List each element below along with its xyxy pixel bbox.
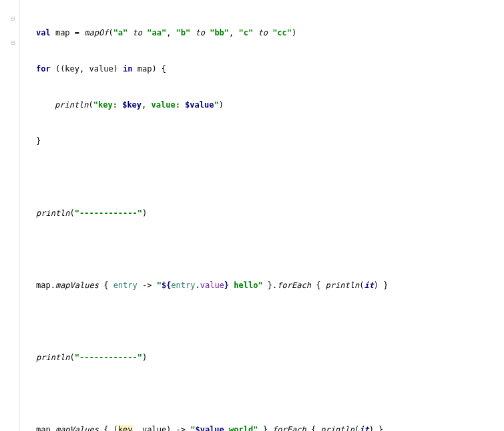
code-line[interactable]: } <box>20 135 504 147</box>
fold-icon[interactable]: ⊟ <box>11 39 15 46</box>
code-line[interactable]: map.mapValues { entry -> "${entry.value}… <box>20 279 504 291</box>
code-line[interactable] <box>20 243 504 255</box>
code-editor[interactable]: ⊟ ⊟ val map = mapOf("a" to "aa", "b" to … <box>0 0 504 431</box>
code-line[interactable] <box>20 171 504 183</box>
code-line[interactable] <box>20 315 504 327</box>
code-line[interactable] <box>20 388 504 400</box>
code-line[interactable]: for ((key, value) in map) { <box>20 63 504 75</box>
code-body[interactable]: val map = mapOf("a" to "aa", "b" to "bb"… <box>20 3 504 431</box>
code-line[interactable]: println("------------") <box>20 207 504 219</box>
code-line[interactable]: val map = mapOf("a" to "aa", "b" to "bb"… <box>20 27 504 39</box>
code-line[interactable]: map.mapValues { (key, value) -> "$value … <box>20 424 504 431</box>
code-line[interactable]: println("------------") <box>20 351 504 364</box>
fold-icon[interactable]: ⊟ <box>11 15 15 22</box>
code-line[interactable]: println("key: $key, value: $value") <box>20 99 504 111</box>
editor-gutter: ⊟ ⊟ <box>0 0 20 431</box>
